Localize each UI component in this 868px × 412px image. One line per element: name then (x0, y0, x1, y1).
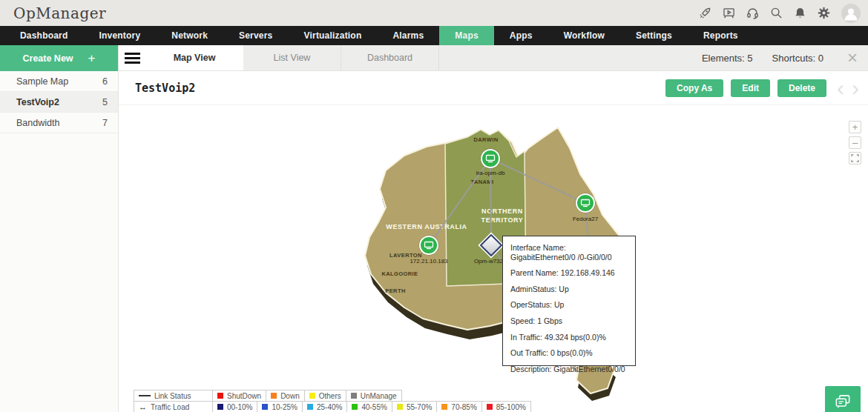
gear-icon[interactable] (818, 7, 830, 19)
delete-button[interactable]: Delete (777, 79, 826, 97)
double-arrow-icon: ↔ (139, 402, 147, 411)
map-actions: Copy As Edit Delete ‹ › (665, 77, 859, 99)
label-kalgoorlie: KALGOORIE (381, 270, 418, 277)
nav-item-servers[interactable]: Servers (223, 26, 288, 45)
node-label-172-21-10-183: 172.21.10.183 (410, 258, 448, 265)
map-title-row: TestVoip2 Copy As Edit Delete ‹ › (119, 71, 868, 105)
tooltip-oper-status: OperStatus: Up (510, 300, 628, 310)
tooltip-parent-name: Parent Name: 192.168.49.146 (510, 268, 628, 278)
legend-traffic-load-header: ↔ Traffic Load (134, 401, 213, 412)
legend-link-status-row: Link Status ShutDown Down Others UnManag… (134, 390, 531, 402)
top-bar: OpManager (0, 0, 868, 26)
legend-shutdown: ShutDown (212, 390, 266, 402)
map-count: 6 (102, 76, 108, 87)
nav-item-settings[interactable]: Settings (620, 26, 688, 45)
chat-support-button[interactable] (825, 386, 861, 412)
label-western-australia: WESTERN AUSTRALIA (386, 223, 467, 230)
map-name: Bandwidth (16, 118, 59, 128)
label-perth: PERTH (385, 288, 405, 294)
menu-hamburger-icon[interactable] (119, 45, 145, 70)
nav-item-alarms[interactable]: Alarms (377, 26, 439, 45)
map-count: 5 (102, 97, 108, 107)
legend-traffic-5: 70-85% (436, 401, 481, 412)
label-nt-2: TERRITORY (481, 216, 524, 224)
tooltip-speed: Speed: 1 Gbps (510, 316, 628, 326)
legend-traffic-2: 25-40% (302, 401, 347, 412)
opmanager-app: OpManager Dashb (0, 0, 868, 412)
map-zoom-controls: + – (849, 121, 861, 165)
tooltip-admin-status: AdminStatus: Up (510, 285, 628, 294)
tooltip-out-traffic: Out Traffic: 0 bps(0.0)% (510, 348, 628, 358)
create-new-label: Create New (22, 53, 73, 64)
sidebar-item-sample-map[interactable]: Sample Map 6 (0, 71, 118, 92)
tab-map-view[interactable]: Map View (145, 45, 243, 70)
tab-dashboard[interactable]: Dashboard (341, 45, 439, 70)
rocket-icon[interactable] (699, 7, 711, 19)
label-nt-1: NORTHERN (481, 207, 523, 215)
close-icon[interactable]: × (847, 49, 858, 67)
plus-icon: + (88, 51, 96, 66)
node-label-lra-opm-db: lra-opm-db (476, 170, 505, 176)
legend-unmanage: UnManage (346, 390, 402, 402)
tab-list-view[interactable]: List View (243, 45, 341, 70)
nav-item-reports[interactable]: Reports (688, 26, 754, 45)
bell-icon[interactable] (794, 7, 806, 19)
user-avatar[interactable] (841, 4, 861, 23)
legend-traffic-6: 85-100% (481, 401, 531, 412)
next-map-chevron[interactable]: › (852, 77, 859, 99)
link-line-icon (139, 395, 151, 396)
legend-traffic-4: 55-70% (392, 401, 437, 412)
sidebar-item-bandwidth[interactable]: Bandwidth 7 (0, 113, 118, 133)
search-icon[interactable] (770, 7, 783, 19)
legend-traffic-1: 10-25% (257, 401, 302, 412)
map-name: Sample Map (16, 76, 68, 87)
map-count: 7 (102, 118, 108, 128)
node-172-21-10-183[interactable] (419, 236, 438, 255)
legend-link-status-header: Link Status (134, 390, 213, 402)
nav-item-apps[interactable]: Apps (494, 26, 548, 45)
strip-info: Elements: 5 Shortcuts: 0 × (702, 45, 868, 70)
fit-screen-button[interactable] (849, 152, 861, 165)
chat-bubbles-icon (833, 392, 852, 411)
sidebar-item-testvoip2[interactable]: TestVoip2 5 (0, 92, 118, 113)
interface-tooltip: Interface Name: GigabitEthernet0/0 /0-Gi… (502, 236, 636, 366)
headset-icon[interactable] (746, 7, 759, 19)
presentation-screen-icon[interactable] (723, 7, 735, 19)
nav-item-network[interactable]: Network (156, 26, 223, 45)
legend-traffic-load-row: ↔ Traffic Load 00-10% 10-25% 25-40% 40-5… (134, 402, 531, 412)
legend-traffic-0: 00-10% (212, 401, 257, 412)
tooltip-description: Description: GigabitEthernet0/0/0 (510, 365, 628, 374)
copy-as-button[interactable]: Copy As (665, 79, 723, 97)
nav-item-inventory[interactable]: Inventory (83, 26, 156, 45)
edit-button[interactable]: Edit (731, 79, 770, 97)
zoom-out-button[interactable]: – (849, 136, 861, 149)
prev-map-chevron[interactable]: ‹ (837, 77, 844, 99)
app-logo: OpManager (13, 4, 106, 22)
view-tab-strip: Map View List View Dashboard Elements: 5… (119, 45, 868, 71)
node-lra-opm-db[interactable] (481, 149, 500, 168)
zoom-in-button[interactable]: + (849, 121, 861, 133)
nav-item-maps[interactable]: Maps (439, 26, 493, 45)
legend-down: Down (266, 390, 305, 402)
maps-sidebar: Create New + Sample Map 6 TestVoip2 5 Ba… (0, 45, 119, 412)
map-content: TestVoip2 Copy As Edit Delete ‹ › (119, 71, 868, 412)
map-legend: Link Status ShutDown Down Others UnManag… (134, 390, 531, 412)
tooltip-in-traffic: In Traffic: 49.324 bps(0.0)% (510, 333, 628, 342)
node-label-fedora27: Fedora27 (573, 216, 599, 222)
shortcuts-count: Shortcuts: 0 (772, 53, 823, 64)
legend-others: Others (304, 390, 346, 402)
nav-item-virtualization[interactable]: Virtualization (289, 26, 378, 45)
main-nav: Dashboard Inventory Network Servers Virt… (0, 26, 868, 45)
create-new-button[interactable]: Create New + (0, 45, 118, 71)
map-name: TestVoip2 (16, 97, 59, 107)
elements-count: Elements: 5 (702, 53, 753, 64)
tooltip-interface-name: Interface Name: GigabitEthernet0/0 /0-Gi… (510, 243, 628, 262)
node-fedora27[interactable] (576, 193, 595, 213)
nav-item-workflow[interactable]: Workflow (548, 26, 620, 45)
page-title: TestVoip2 (135, 82, 195, 95)
topbar-icons (699, 4, 861, 23)
legend-traffic-3: 40-55% (346, 401, 392, 412)
label-darwin: DARWIN (473, 136, 498, 143)
nav-item-dashboard[interactable]: Dashboard (4, 26, 83, 45)
